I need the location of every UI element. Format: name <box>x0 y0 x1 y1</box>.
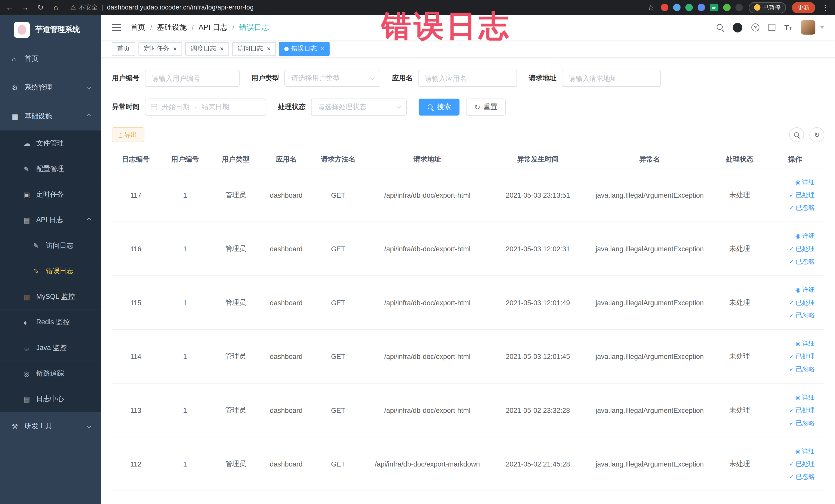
browser-menu-icon[interactable]: ⋮ <box>821 3 830 12</box>
extension-icon-blue-grid[interactable] <box>698 4 705 11</box>
refresh-button[interactable]: ↻ <box>809 127 824 142</box>
search-button[interactable]: 搜索 <box>419 99 460 116</box>
action-detail[interactable]: ◉详细 <box>795 339 815 348</box>
back-icon[interactable]: ← <box>5 3 14 12</box>
logo-row[interactable]: 芋道管理系统 <box>0 15 101 44</box>
filter-user-type: 用户类型 请选择用户类型 <box>251 70 380 87</box>
sidebar-item-mysql-monitor[interactable]: ▥MySQL 监控 <box>0 284 101 310</box>
action-processed[interactable]: ✓已处理 <box>789 298 815 307</box>
toggle-search-button[interactable] <box>789 127 804 142</box>
action-ignored[interactable]: ✓已忽略 <box>789 419 815 427</box>
close-icon[interactable]: × <box>173 45 177 53</box>
filter-app-name: 应用名 <box>392 70 517 87</box>
sidebar-item-infrastructure[interactable]: ▦基础设施 <box>0 102 101 130</box>
check-icon: ✓ <box>789 461 794 467</box>
extensions: on <box>661 4 743 11</box>
extension-icon-green-circle[interactable] <box>685 4 693 11</box>
action-ignored[interactable]: ✓已忽略 <box>789 257 815 266</box>
extension-icon-blue-drop[interactable] <box>673 4 680 11</box>
process-status-select[interactable]: 请选择处理状态 <box>311 99 407 116</box>
action-processed[interactable]: ✓已处理 <box>789 459 815 468</box>
date-range-picker[interactable]: 开始日期 - 结束日期 <box>145 99 266 116</box>
tab-调度日志[interactable]: 调度日志× <box>185 42 229 56</box>
action-processed[interactable]: ✓已处理 <box>789 352 815 361</box>
breadcrumb-item[interactable]: API 日志 <box>199 23 227 32</box>
avatar[interactable] <box>801 20 815 35</box>
chevron-up-icon <box>87 218 91 222</box>
breadcrumb-item[interactable]: 基础设施 <box>157 23 187 32</box>
action-detail[interactable]: ◉详细 <box>795 393 815 402</box>
close-icon[interactable]: × <box>321 45 324 53</box>
sidebar-item-access-log[interactable]: ✎访问日志 <box>0 233 101 259</box>
bookmark-star-icon[interactable]: ☆ <box>647 3 655 12</box>
action-ignored[interactable]: ✓已忽略 <box>789 472 815 481</box>
sidebar-item-error-log[interactable]: ✎错误日志 <box>0 258 101 284</box>
table-cell: GET <box>312 168 365 222</box>
extension-icon-paw[interactable] <box>735 4 743 11</box>
sidebar-item-api-logs[interactable]: ▤API 日志 <box>0 207 101 233</box>
action-ignored[interactable]: ✓已忽略 <box>789 365 815 374</box>
action-detail[interactable]: ◉详细 <box>795 231 815 240</box>
tab-首页[interactable]: 首页 <box>112 42 135 56</box>
action-processed[interactable]: ✓已处理 <box>789 190 815 200</box>
home-icon[interactable]: ⌂ <box>52 3 60 12</box>
action-detail[interactable]: ◉详细 <box>795 178 815 187</box>
forward-icon[interactable]: → <box>21 3 29 12</box>
security-warning[interactable]: ⚠ 不安全 <box>70 3 98 12</box>
user-type-select[interactable]: 请选择用户类型 <box>284 70 380 87</box>
breadcrumb-item[interactable]: 首页 <box>130 23 145 32</box>
table-cell: dashboard <box>261 222 312 276</box>
sidebar-toggle-icon[interactable] <box>112 24 121 31</box>
action-ignored[interactable]: ✓已忽略 <box>789 203 815 212</box>
sidebar-item-config-management[interactable]: ✎配置管理 <box>0 156 101 182</box>
table-cell: 2021-05-03 12:01:49 <box>490 276 586 330</box>
update-button[interactable]: 更新 <box>792 2 815 13</box>
sidebar-item-dev-tools[interactable]: ⚒研发工具 <box>0 412 101 441</box>
export-button[interactable]: ↑ 导出 <box>112 127 144 142</box>
help-icon[interactable]: ? <box>751 23 759 31</box>
user-id-input[interactable] <box>145 70 240 87</box>
fullscreen-icon[interactable] <box>769 24 775 31</box>
tab-访问日志[interactable]: 访问日志× <box>232 42 276 56</box>
close-icon[interactable]: × <box>220 45 224 53</box>
filter-exception-time: 异常时间 开始日期 - 结束日期 <box>112 99 266 116</box>
extension-icon-green-leaf[interactable] <box>723 4 731 11</box>
sidebar-item-redis-monitor[interactable]: ♦Redis 监控 <box>0 309 101 335</box>
extension-icon-on-badge[interactable]: on <box>710 4 718 11</box>
action-processed[interactable]: ✓已处理 <box>789 244 815 253</box>
tab-错误日志[interactable]: 错误日志× <box>279 42 330 56</box>
font-size-icon[interactable]: TT <box>785 23 792 32</box>
close-icon[interactable]: × <box>267 45 270 53</box>
sidebar-item-system-management[interactable]: ⚙系统管理 <box>0 73 101 102</box>
tab-定时任务[interactable]: 定时任务× <box>138 42 182 56</box>
sidebar-item-link-tracing[interactable]: ◎链路追踪 <box>0 361 101 386</box>
table-row: 1121管理员dashboardGET/api/infra/db-doc/exp… <box>112 437 824 491</box>
app-name-input[interactable] <box>418 70 517 87</box>
chevron-down-icon <box>396 104 401 109</box>
reset-button[interactable]: ↻ 重置 <box>466 99 506 116</box>
paused-badge[interactable]: 已暂停 <box>749 2 786 13</box>
chevron-down-icon[interactable] <box>820 26 824 29</box>
extension-icon-red-circle[interactable] <box>661 4 668 11</box>
user-id-label: 用户编号 <box>112 74 140 83</box>
sidebar-item-java-monitor[interactable]: ☕Java 监控 <box>0 335 101 361</box>
table-cell: /api/infra/db-doc/export-html <box>365 329 490 383</box>
action-processed[interactable]: ✓已处理 <box>789 406 815 415</box>
sidebar-item-log-center[interactable]: ▤日志中心 <box>0 386 101 412</box>
warning-icon: ⚠ <box>70 4 76 11</box>
sidebar-item-home[interactable]: ⌂首页 <box>0 44 101 73</box>
column-header: 请求方法名 <box>312 150 365 168</box>
sidebar: 芋道管理系统 ⌂首页⚙系统管理▦基础设施☁文件管理✎配置管理▣定时任务▤API … <box>0 15 101 504</box>
address-bar[interactable]: ⚠ 不安全 | dashboard.yudao.iocoder.cn/infra… <box>70 3 253 12</box>
sidebar-item-scheduled-jobs[interactable]: ▣定时任务 <box>0 182 101 207</box>
github-icon[interactable] <box>733 23 742 32</box>
table-cell: GET <box>312 222 365 276</box>
search-icon[interactable] <box>717 24 724 31</box>
reload-icon[interactable]: ↻ <box>36 3 45 12</box>
request-url-input[interactable] <box>562 70 661 87</box>
action-ignored[interactable]: ✓已忽略 <box>789 311 815 320</box>
sidebar-item-file-management[interactable]: ☁文件管理 <box>0 130 101 156</box>
action-detail[interactable]: ◉详细 <box>795 285 815 294</box>
table-cell: java.lang.IllegalArgumentException <box>586 329 714 383</box>
action-detail[interactable]: ◉详细 <box>795 447 815 456</box>
